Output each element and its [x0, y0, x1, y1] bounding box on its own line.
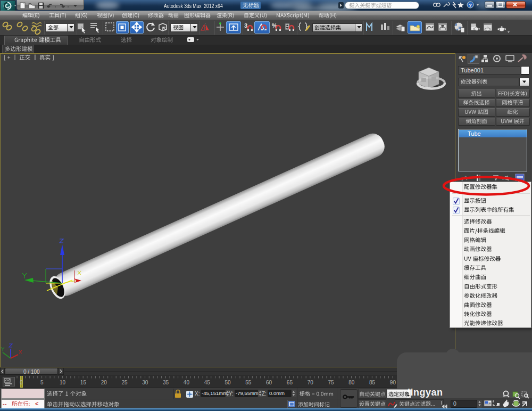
svg-text:3: 3 [244, 22, 247, 29]
svg-text:?: ? [469, 2, 472, 8]
